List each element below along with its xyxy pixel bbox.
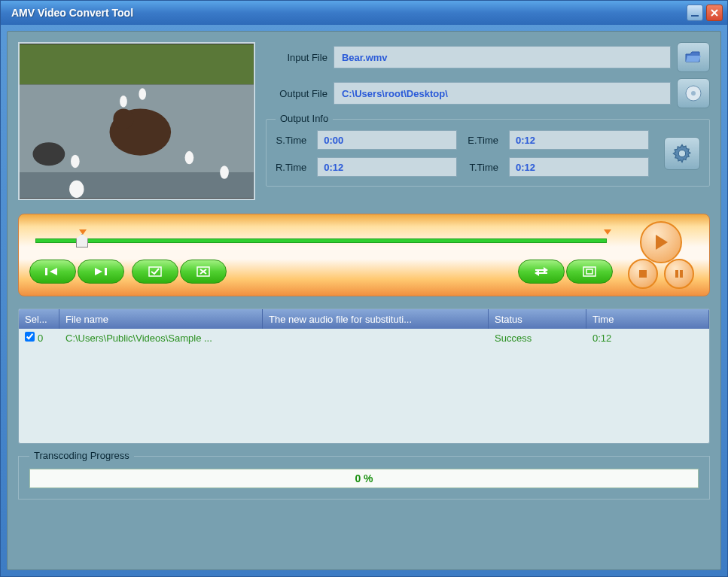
svg-rect-0 <box>691 15 699 17</box>
e-time-field[interactable] <box>509 130 649 150</box>
svg-point-9 <box>139 88 146 100</box>
pause-button[interactable] <box>664 259 694 289</box>
svg-point-7 <box>71 155 80 168</box>
output-file-label: Output File <box>266 88 327 99</box>
svg-point-6 <box>32 142 65 166</box>
svg-point-8 <box>120 96 127 108</box>
svg-point-12 <box>69 181 84 198</box>
gear-icon <box>672 143 693 164</box>
mark-out-icon <box>92 266 110 277</box>
cancel-box-icon <box>196 266 210 277</box>
video-preview <box>18 42 255 200</box>
col-filename[interactable]: File name <box>59 309 263 329</box>
table-body: 0C:\Users\Public\Videos\Sample ...Succes… <box>19 329 709 443</box>
check-box-icon <box>148 266 162 277</box>
t-time-field[interactable] <box>509 157 649 177</box>
mark-in-button[interactable] <box>29 260 76 284</box>
output-info-group: Output Info S.Time E.Time R.Time T.Time <box>266 119 710 187</box>
r-time-field[interactable] <box>317 157 457 177</box>
svg-point-10 <box>185 151 194 164</box>
confirm-button[interactable] <box>132 260 178 284</box>
e-time-label: E.Time <box>468 135 498 146</box>
convert-button[interactable] <box>518 260 565 284</box>
progress-legend: Transcoding Progress <box>29 450 134 461</box>
minimize-button[interactable] <box>687 5 703 21</box>
close-button[interactable] <box>706 5 723 21</box>
mark-end-icon <box>604 229 611 235</box>
svg-rect-20 <box>583 267 595 276</box>
fullscreen-icon <box>583 266 596 277</box>
row-index: 0 <box>38 333 43 344</box>
svg-point-11 <box>220 166 229 178</box>
svg-rect-24 <box>680 270 683 278</box>
play-icon <box>653 233 669 251</box>
output-file-field[interactable] <box>334 82 671 105</box>
col-time[interactable]: Time <box>586 309 709 329</box>
row-status: Success <box>489 333 586 344</box>
table-row[interactable]: 0C:\Users\Public\Videos\Sample ...Succes… <box>19 329 709 347</box>
progress-group: Transcoding Progress 0 % <box>18 456 710 500</box>
col-select[interactable]: Sel... <box>19 309 59 329</box>
svg-rect-23 <box>675 270 678 278</box>
settings-button[interactable] <box>664 137 700 170</box>
output-info-legend: Output Info <box>276 113 333 124</box>
s-time-field[interactable] <box>317 130 457 150</box>
stop-button[interactable] <box>628 259 658 289</box>
mark-in-icon <box>44 266 62 277</box>
browse-input-button[interactable] <box>677 42 710 72</box>
svg-point-15 <box>679 150 685 156</box>
row-time: 0:12 <box>586 333 709 344</box>
progress-text: 0 % <box>355 472 373 484</box>
col-status[interactable]: Status <box>489 309 586 329</box>
input-file-field[interactable] <box>334 46 671 68</box>
svg-point-5 <box>113 108 133 129</box>
disc-icon <box>684 84 702 102</box>
table-header: Sel... File name The new audio file for … <box>19 309 709 329</box>
fullscreen-button[interactable] <box>566 260 613 284</box>
client-area: Input File Output File <box>7 31 721 570</box>
close-icon <box>710 8 719 17</box>
r-time-label: R.Time <box>276 162 306 173</box>
svg-point-14 <box>691 91 696 96</box>
seek-track[interactable] <box>29 226 613 252</box>
browse-output-button[interactable] <box>677 78 710 108</box>
preview-thumbnail <box>20 44 254 199</box>
input-file-label: Input File <box>266 52 327 63</box>
t-time-label: T.Time <box>468 162 498 173</box>
svg-rect-17 <box>105 268 107 275</box>
col-audio[interactable]: The new audio file for substituti... <box>263 309 489 329</box>
player-bar <box>18 214 710 296</box>
pause-icon <box>674 269 684 279</box>
mark-start-icon <box>79 229 87 235</box>
file-table: Sel... File name The new audio file for … <box>18 308 710 444</box>
stop-icon <box>638 269 648 279</box>
minimize-icon <box>690 8 699 17</box>
seek-thumb[interactable] <box>76 234 88 248</box>
row-checkbox[interactable] <box>25 332 35 342</box>
svg-rect-16 <box>45 268 47 275</box>
progress-bar: 0 % <box>29 469 699 488</box>
window-title: AMV Video Convert Tool <box>11 7 684 19</box>
folder-open-icon <box>684 50 702 65</box>
row-filename: C:\Users\Public\Videos\Sample ... <box>59 333 263 344</box>
cancel-button[interactable] <box>180 260 227 284</box>
svg-rect-21 <box>586 269 592 274</box>
play-button[interactable] <box>640 221 682 263</box>
svg-rect-1 <box>20 44 254 84</box>
svg-rect-18 <box>149 267 161 276</box>
convert-icon <box>533 266 550 278</box>
titlebar: AMV Video Convert Tool <box>1 1 727 25</box>
app-window: AMV Video Convert Tool <box>0 0 728 577</box>
playback-controls <box>623 221 699 289</box>
mark-out-button[interactable] <box>78 260 124 284</box>
svg-rect-22 <box>639 270 647 278</box>
svg-rect-3 <box>20 172 254 198</box>
s-time-label: S.Time <box>276 135 306 146</box>
